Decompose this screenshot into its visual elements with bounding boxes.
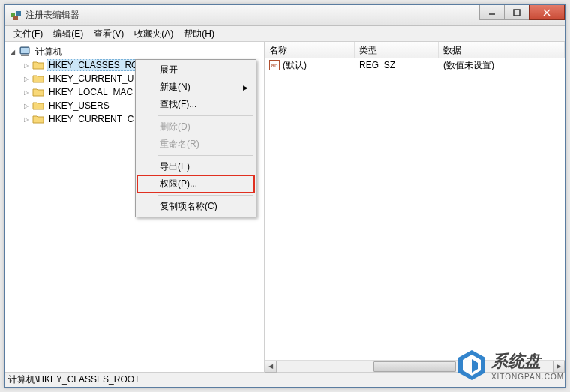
tree-label: HKEY_LOCAL_MAC <box>46 86 135 98</box>
list-row[interactable]: ab (默认) REG_SZ (数值未设置) <box>265 58 565 72</box>
menu-favorites[interactable]: 收藏夹(A) <box>129 26 178 42</box>
close-button[interactable] <box>529 5 565 20</box>
menu-separator <box>158 155 253 156</box>
cm-new[interactable]: 新建(N)▶ <box>137 79 254 96</box>
string-value-icon: ab <box>269 60 280 70</box>
scroll-left-button[interactable]: ◀ <box>265 361 277 373</box>
menu-view[interactable]: 查看(V) <box>88 26 129 42</box>
cm-find[interactable]: 查找(F)... <box>137 96 254 113</box>
svg-rect-4 <box>514 10 520 16</box>
expander-icon[interactable] <box>20 100 32 112</box>
cm-rename: 重命名(R) <box>137 136 254 153</box>
svg-rect-8 <box>21 48 28 53</box>
tree-label: HKEY_CURRENT_C <box>46 113 136 125</box>
tree-root[interactable]: 计算机 <box>7 45 262 58</box>
column-type[interactable]: 类型 <box>355 42 439 58</box>
status-path: 计算机\HKEY_CLASSES_ROOT <box>8 373 140 386</box>
list-pane: 名称 类型 数据 ab (默认) REG_SZ (数值未设置) ◀ <box>265 42 565 372</box>
minimize-button[interactable] <box>479 5 505 20</box>
cell-name: ab (默认) <box>265 58 355 73</box>
watermark-cn: 系统盘 <box>491 350 564 373</box>
titlebar[interactable]: 注册表编辑器 <box>5 5 565 26</box>
folder-icon <box>32 100 44 111</box>
menu-help[interactable]: 帮助(H) <box>178 26 220 42</box>
watermark: 系统盘 XITONGPAN.COM <box>455 349 564 382</box>
cell-data: (数值未设置) <box>439 58 565 73</box>
cm-copy-key-name[interactable]: 复制项名称(C) <box>137 198 254 215</box>
folder-icon <box>32 73 44 84</box>
submenu-arrow-icon: ▶ <box>243 84 248 91</box>
expander-icon[interactable] <box>20 59 32 71</box>
window-controls <box>480 5 565 20</box>
expander-icon[interactable] <box>7 46 19 58</box>
watermark-en: XITONGPAN.COM <box>491 373 564 381</box>
expander-icon[interactable] <box>20 73 32 85</box>
menubar: 文件(F) 编辑(E) 查看(V) 收藏夹(A) 帮助(H) <box>5 26 565 42</box>
menu-separator <box>158 115 253 116</box>
cm-export[interactable]: 导出(E) <box>137 158 254 175</box>
computer-icon <box>19 46 31 58</box>
watermark-icon <box>455 349 488 382</box>
column-name[interactable]: 名称 <box>265 42 355 58</box>
maximize-button[interactable] <box>504 5 530 20</box>
scroll-thumb[interactable] <box>374 361 456 372</box>
expander-icon[interactable] <box>20 86 32 98</box>
app-icon <box>10 10 22 22</box>
svg-rect-2 <box>14 16 18 20</box>
cm-expand[interactable]: 展开 <box>137 61 254 79</box>
watermark-text: 系统盘 XITONGPAN.COM <box>491 350 564 381</box>
value-name: (默认) <box>283 59 307 72</box>
svg-rect-1 <box>16 11 21 16</box>
cm-delete: 删除(D) <box>137 118 254 136</box>
folder-icon <box>32 60 44 70</box>
column-data[interactable]: 数据 <box>439 42 565 58</box>
list-header: 名称 类型 数据 <box>265 42 565 58</box>
context-menu: 展开 新建(N)▶ 查找(F)... 删除(D) 重命名(R) 导出(E) 权限… <box>135 59 256 217</box>
expander-icon[interactable] <box>20 113 32 125</box>
cm-permissions[interactable]: 权限(P)... <box>137 175 254 193</box>
content-area: 计算机 HKEY_CLASSES_ROOT HKEY_CURRENT_U HKE… <box>5 42 565 372</box>
svg-rect-10 <box>21 55 28 56</box>
tree-label: HKEY_CURRENT_U <box>46 73 136 85</box>
cell-type: REG_SZ <box>355 59 439 71</box>
menu-file[interactable]: 文件(F) <box>8 26 48 42</box>
tree-label: 计算机 <box>33 45 64 59</box>
menu-edit[interactable]: 编辑(E) <box>48 26 88 42</box>
folder-icon <box>32 87 44 97</box>
folder-icon <box>32 114 44 124</box>
svg-rect-9 <box>22 55 27 55</box>
registry-editor-window: 注册表编辑器 文件(F) 编辑(E) 查看(V) 收藏夹(A) 帮助(H) 计算… <box>4 4 566 388</box>
tree-label: HKEY_USERS <box>46 100 112 112</box>
menu-separator <box>158 195 253 196</box>
list-body[interactable]: ab (默认) REG_SZ (数值未设置) ◀ ▶ <box>265 58 565 372</box>
